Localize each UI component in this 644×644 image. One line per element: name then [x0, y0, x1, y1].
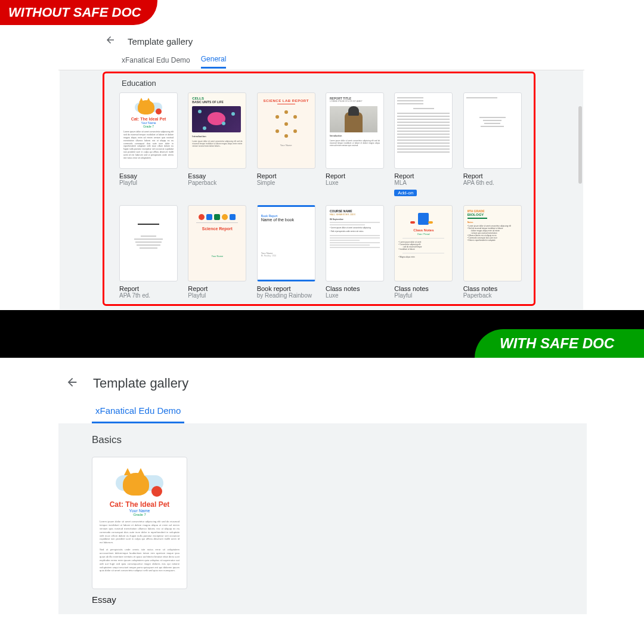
- template-subtitle: by Reading Rainbow: [257, 292, 315, 299]
- addon-badge: Add-on: [394, 190, 417, 196]
- template-title: Essay: [119, 172, 178, 179]
- gallery-body: Education Cat: The Ideal Pet Your Name G…: [60, 70, 583, 309]
- back-arrow-icon[interactable]: [66, 376, 79, 391]
- page-title: Template gallery: [128, 36, 193, 47]
- section-heading-education: Education: [60, 76, 583, 92]
- template-subtitle: Playful: [394, 292, 453, 299]
- template-subtitle: Playful: [188, 292, 246, 299]
- template-thumb: SCIENCE LAB REPORT Your Name: [257, 92, 315, 169]
- template-classnotes-playful[interactable]: Class Notes Date / Period • Lorem ipsum …: [394, 205, 453, 299]
- template-thumb: REPORT TITLE LOREM IPSUM DOLOR SIT AMET …: [326, 92, 384, 169]
- template-title: Report: [463, 172, 522, 179]
- template-essay-playful[interactable]: Cat: The Ideal Pet Your Name Grade 7 Lor…: [119, 92, 178, 197]
- tab-general[interactable]: General: [201, 55, 227, 69]
- template-subtitle: Paperback: [188, 179, 246, 186]
- template-title: Class notes: [394, 285, 453, 292]
- template-thumb: Book Report Name of the book Your Name M…: [257, 205, 315, 281]
- template-essay-paperback[interactable]: CELLS BASIC UNITS OF LIFE Introduction L…: [188, 92, 246, 197]
- template-report-mla[interactable]: Report MLA Add-on: [394, 92, 453, 197]
- template-book-report[interactable]: Book Report Name of the book Your Name M…: [257, 205, 315, 299]
- template-report-apa7[interactable]: Report APA 7th ed.: [119, 205, 178, 299]
- template-title: Essay: [188, 172, 246, 179]
- template-thumb: [463, 92, 522, 169]
- template-title: Report: [394, 172, 453, 179]
- template-thumb: COURSE NAME FALL SEMESTER 20XX 06 Septem…: [326, 205, 384, 281]
- template-thumb: Cat: The Ideal Pet Your Name Grade 7 Lor…: [92, 457, 187, 589]
- template-thumb: 9TH GRADE BIOLOGY Notes • Lorem ipsum do…: [463, 205, 522, 281]
- template-subtitle: APA 7th ed.: [119, 292, 178, 299]
- scrollbar[interactable]: [578, 106, 582, 184]
- template-subtitle: Paperback: [463, 292, 522, 299]
- template-classnotes-luxe[interactable]: COURSE NAME FALL SEMESTER 20XX 06 Septem…: [326, 205, 384, 299]
- template-title: Essay: [92, 595, 187, 605]
- tab-xfanatical[interactable]: xFanatical Edu Demo: [92, 405, 184, 423]
- template-subtitle: Simple: [257, 179, 315, 186]
- gallery-header: Template gallery: [58, 365, 587, 391]
- template-thumb: [394, 92, 453, 169]
- template-title: Report: [257, 172, 315, 179]
- without-safedoc-badge: WITHOUT SAFE DOC: [0, 0, 157, 25]
- template-title: Class notes: [326, 285, 384, 292]
- template-title: Report: [119, 285, 178, 292]
- with-safedoc-badge: WITH SAFE DOC: [475, 329, 644, 358]
- template-thumb: Class Notes Date / Period • Lorem ipsum …: [394, 205, 453, 281]
- template-report-luxe[interactable]: REPORT TITLE LOREM IPSUM DOLOR SIT AMET …: [326, 92, 384, 197]
- template-essay[interactable]: Cat: The Ideal Pet Your Name Grade 7 Lor…: [92, 457, 187, 605]
- template-thumb: Cat: The Ideal Pet Your Name Grade 7 Lor…: [119, 92, 178, 169]
- template-subtitle: Playful: [119, 179, 178, 186]
- gallery-tabs: xFanatical Edu Demo General: [58, 54, 584, 70]
- template-subtitle: Luxe: [326, 292, 384, 299]
- gallery-tabs: xFanatical Edu Demo: [58, 391, 587, 423]
- template-title: Report: [188, 285, 246, 292]
- gallery-header: Template gallery: [58, 29, 584, 54]
- template-report-apa6[interactable]: Report APA 6th ed.: [463, 92, 522, 197]
- template-thumb: [119, 205, 178, 281]
- page-title: Template gallery: [93, 376, 188, 391]
- template-report-simple[interactable]: SCIENCE LAB REPORT Your Name Report Simp…: [257, 92, 315, 197]
- template-subtitle: Luxe: [326, 179, 384, 186]
- template-report-playful[interactable]: Science Report Your Name Report Playful: [188, 205, 246, 299]
- tab-xfanatical[interactable]: xFanatical Edu Demo: [122, 56, 190, 68]
- gallery-body: Basics Cat: The Ideal Pet Your Name Grad…: [58, 423, 587, 614]
- template-classnotes-paperback[interactable]: 9TH GRADE BIOLOGY Notes • Lorem ipsum do…: [463, 205, 522, 299]
- template-title: Class notes: [463, 285, 522, 292]
- section-heading-basics: Basics: [92, 434, 587, 446]
- template-title: Report: [326, 172, 384, 179]
- template-subtitle: APA 6th ed.: [463, 179, 522, 186]
- template-title: Book report: [257, 285, 315, 292]
- template-thumb: CELLS BASIC UNITS OF LIFE Introduction L…: [188, 92, 246, 169]
- template-grid: Cat: The Ideal Pet Your Name Grade 7 Lor…: [60, 92, 583, 299]
- template-thumb: Science Report Your Name: [188, 205, 246, 281]
- back-arrow-icon[interactable]: [105, 35, 116, 48]
- template-subtitle: MLA: [394, 179, 453, 186]
- panel-with-safedoc: Template gallery xFanatical Edu Demo Bas…: [58, 365, 587, 617]
- panel-without-safedoc: Template gallery xFanatical Edu Demo Gen…: [58, 29, 584, 297]
